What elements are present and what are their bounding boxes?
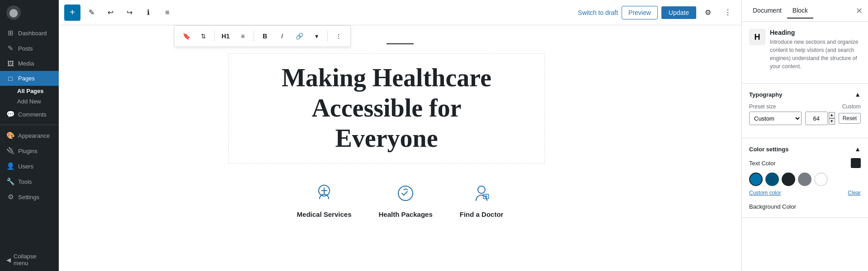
health-packages-icon bbox=[394, 182, 417, 205]
service-find-doctor: Find a Doctor bbox=[460, 182, 504, 218]
media-icon: 🖼 bbox=[6, 60, 14, 67]
italic-button[interactable]: I bbox=[274, 28, 290, 44]
sidebar-item-label: Users bbox=[18, 163, 33, 170]
collapse-menu-button[interactable]: ◀ Collapse menu bbox=[0, 248, 59, 271]
collapse-menu-label: Collapse menu bbox=[14, 253, 52, 266]
sidebar-item-plugins[interactable]: 🔌 Plugins bbox=[0, 143, 59, 159]
gear-icon: ⚙ bbox=[705, 8, 711, 17]
bookmark-icon: 🔖 bbox=[183, 33, 190, 40]
list-view-button[interactable]: ≡ bbox=[159, 5, 175, 21]
custom-size-input[interactable] bbox=[805, 112, 828, 125]
redo-icon: ↪ bbox=[127, 8, 132, 17]
block-options-button[interactable]: ⋮ bbox=[330, 28, 347, 44]
tab-block[interactable]: Block bbox=[787, 3, 813, 19]
move-block-button[interactable]: ⇅ bbox=[195, 28, 212, 44]
color-blue-dark[interactable] bbox=[765, 173, 779, 186]
close-icon: ✕ bbox=[856, 6, 863, 15]
sidebar-item-label: Settings bbox=[18, 194, 39, 201]
custom-size-input-wrap: ▲ ▼ bbox=[805, 112, 835, 125]
collapse-arrow-icon: ◀ bbox=[6, 257, 11, 263]
custom-color-link[interactable]: Custom color bbox=[749, 190, 781, 196]
list-icon: ≡ bbox=[165, 9, 169, 17]
panel-close-button[interactable]: ✕ bbox=[856, 6, 863, 16]
editor-options-button[interactable]: ⋮ bbox=[720, 5, 736, 21]
spin-down-button[interactable]: ▼ bbox=[829, 118, 835, 125]
color-settings-title: Color settings bbox=[749, 146, 788, 153]
service-health-packages: Health Packages bbox=[379, 182, 433, 218]
sidebar-item-media[interactable]: 🖼 Media bbox=[0, 56, 59, 71]
sidebar-item-settings[interactable]: ⚙ Settings bbox=[0, 189, 59, 205]
sidebar-item-label: Media bbox=[18, 60, 34, 67]
sidebar-item-label: Comments bbox=[18, 111, 47, 118]
medical-services-icon bbox=[312, 182, 336, 205]
heading-level-button[interactable]: H1 bbox=[217, 28, 234, 44]
heading-block-details: Heading Introduce new sections and organ… bbox=[770, 29, 861, 70]
posts-icon: ✎ bbox=[6, 44, 14, 52]
users-icon: 👤 bbox=[6, 162, 14, 170]
editor-settings-button[interactable]: ⚙ bbox=[700, 5, 716, 21]
color-black[interactable] bbox=[782, 173, 795, 186]
sidebar-item-appearance[interactable]: 🎨 Appearance bbox=[0, 128, 59, 143]
bold-button[interactable]: B bbox=[257, 28, 273, 44]
block-type-button[interactable]: 🔖 bbox=[178, 28, 194, 44]
sidebar-item-label: Plugins bbox=[18, 148, 38, 154]
sidebar-item-users[interactable]: 👤 Users bbox=[0, 159, 59, 174]
editor-canvas: Making Healthcare Accessible for Everyon… bbox=[59, 25, 741, 271]
services-row: Medical Services Health Packages bbox=[228, 182, 572, 218]
color-white[interactable] bbox=[814, 173, 828, 186]
typography-section: Typography ▲ Preset size Custom Custom S… bbox=[742, 84, 868, 138]
info-button[interactable]: ℹ bbox=[140, 5, 156, 21]
sidebar-item-dashboard[interactable]: ⊞ Dashboard bbox=[0, 25, 59, 41]
color-links-row: Custom color Clear bbox=[749, 190, 861, 196]
preview-button[interactable]: Preview bbox=[622, 6, 658, 19]
sidebar-item-tools[interactable]: 🔧 Tools bbox=[0, 174, 59, 189]
move-arrows-icon: ⇅ bbox=[201, 33, 206, 40]
text-color-row: Text Color bbox=[749, 158, 861, 168]
sidebar-sub-all-pages[interactable]: All Pages bbox=[0, 86, 59, 96]
more-rich-text-button[interactable]: ▾ bbox=[308, 28, 325, 44]
text-color-swatch[interactable] bbox=[851, 158, 861, 168]
sidebar-divider bbox=[0, 125, 59, 125]
sidebar-item-label: Appearance bbox=[18, 132, 50, 139]
custom-label: Custom bbox=[842, 103, 861, 110]
switch-to-draft-button[interactable]: Switch to draft bbox=[578, 9, 618, 16]
color-swatches-row bbox=[749, 173, 861, 186]
add-block-button[interactable]: + bbox=[64, 5, 80, 21]
heading-block[interactable]: Making Healthcare Accessible for Everyon… bbox=[228, 53, 545, 164]
color-blue-vivid[interactable] bbox=[749, 173, 763, 186]
caret-down-icon: ▾ bbox=[315, 33, 318, 40]
panel-tabs: Document Block ✕ bbox=[742, 0, 868, 22]
tab-document[interactable]: Document bbox=[747, 3, 787, 19]
sidebar-item-pages[interactable]: □ Pages bbox=[0, 71, 59, 86]
color-gray[interactable] bbox=[798, 173, 811, 186]
italic-icon: I bbox=[281, 33, 283, 40]
heading-block-info-section: H Heading Introduce new sections and org… bbox=[742, 22, 868, 84]
spin-up-button[interactable]: ▲ bbox=[829, 112, 835, 118]
color-settings-collapse-button[interactable]: ▲ bbox=[854, 145, 861, 153]
wordpress-logo-icon: ⬤ bbox=[6, 5, 21, 20]
settings-icon: ⚙ bbox=[6, 193, 14, 201]
update-button[interactable]: Update bbox=[661, 6, 696, 19]
redo-button[interactable]: ↪ bbox=[121, 5, 137, 21]
pencil-icon: ✎ bbox=[89, 8, 94, 17]
sidebar-item-posts[interactable]: ✎ Posts bbox=[0, 41, 59, 56]
toolbar-divider-1 bbox=[214, 31, 215, 42]
align-button[interactable]: ≡ bbox=[235, 28, 251, 44]
reset-button[interactable]: Reset bbox=[839, 113, 861, 124]
preset-size-select[interactable]: Custom Small Medium Large X-Large bbox=[749, 112, 802, 125]
sidebar-item-comments[interactable]: 💬 Comments bbox=[0, 107, 59, 122]
tools-icon: 🔧 bbox=[6, 178, 14, 186]
toolbar-divider-2 bbox=[254, 31, 254, 42]
undo-button[interactable]: ↩ bbox=[102, 5, 118, 21]
switch-draft-label: Switch to draft bbox=[578, 9, 618, 16]
plus-icon: + bbox=[70, 7, 75, 18]
heading-info: H Heading Introduce new sections and org… bbox=[749, 29, 861, 70]
typography-collapse-button[interactable]: ▲ bbox=[854, 91, 861, 98]
tools-button[interactable]: ✎ bbox=[83, 5, 99, 21]
bold-icon: B bbox=[263, 33, 267, 40]
clear-link[interactable]: Clear bbox=[848, 190, 861, 196]
sidebar-sub-add-new[interactable]: Add New bbox=[0, 96, 59, 107]
typography-header: Typography ▲ bbox=[749, 91, 861, 98]
reset-label: Reset bbox=[843, 115, 857, 121]
link-button[interactable]: 🔗 bbox=[291, 28, 307, 44]
